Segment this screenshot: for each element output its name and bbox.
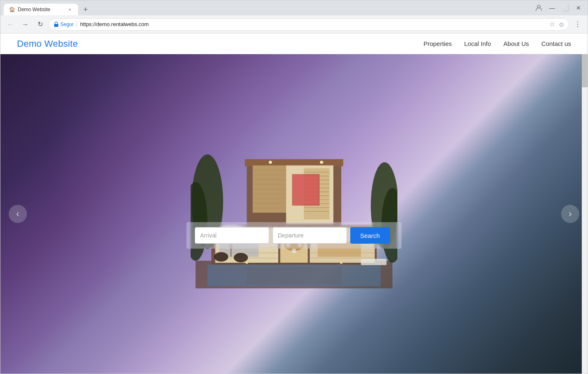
svg-rect-5 <box>245 159 343 166</box>
url-text: https://demo.rentalwebs.com <box>80 21 149 27</box>
title-bar: 🏠 Demo Website × + — ⬜ ✕ <box>0 0 588 15</box>
website-content: Demo Website Properties Local Info About… <box>0 34 588 374</box>
active-tab[interactable]: 🏠 Demo Website × <box>4 4 78 15</box>
nav-contact-us[interactable]: Contact us <box>541 40 571 47</box>
browser-menu-buttons: ⋮ <box>571 18 584 31</box>
url-bar[interactable]: Segur | https://demo.rentalwebs.com ☆ ⊙ <box>48 18 569 31</box>
svg-rect-30 <box>293 175 318 204</box>
secure-label: Segur <box>60 22 74 27</box>
arrival-input[interactable] <box>195 227 269 244</box>
svg-point-63 <box>246 261 248 264</box>
scrollbar-thumb[interactable] <box>582 54 588 87</box>
new-tab-button[interactable]: + <box>80 4 91 15</box>
svg-point-64 <box>340 261 342 264</box>
search-form: Search <box>186 222 402 249</box>
svg-point-61 <box>214 252 228 261</box>
tab-favicon: 🏠 <box>9 6 15 13</box>
svg-rect-58 <box>361 259 387 265</box>
url-separator: | <box>76 21 78 28</box>
svg-point-45 <box>292 249 296 253</box>
refresh-button[interactable]: ↻ <box>33 18 47 31</box>
profile-button[interactable] <box>533 2 545 14</box>
svg-point-31 <box>269 161 272 164</box>
svg-point-32 <box>320 161 323 164</box>
maximize-button[interactable]: ⬜ <box>559 2 571 14</box>
carousel-next-button[interactable]: › <box>561 205 579 223</box>
minimize-button[interactable]: — <box>546 2 558 14</box>
tab-close-button[interactable]: × <box>67 6 73 13</box>
site-logo[interactable]: Demo Website <box>17 38 78 49</box>
departure-input[interactable] <box>272 227 347 244</box>
svg-point-62 <box>234 253 248 262</box>
svg-rect-1 <box>54 24 58 27</box>
site-header: Demo Website Properties Local Info About… <box>0 34 588 54</box>
search-button[interactable]: Search <box>350 227 390 244</box>
browser-window: 🏠 Demo Website × + — ⬜ ✕ ← → ↻ <box>0 0 588 374</box>
nav-about-us[interactable]: About Us <box>504 40 529 47</box>
close-button[interactable]: ✕ <box>573 2 584 14</box>
svg-rect-57 <box>247 267 342 285</box>
shield-icon: ⊙ <box>559 21 564 28</box>
nav-properties[interactable]: Properties <box>423 40 452 47</box>
house-illustration <box>191 123 397 288</box>
tab-bar: 🏠 Demo Website × + <box>4 0 91 15</box>
scrollbar-track <box>582 54 588 374</box>
back-button[interactable]: ← <box>4 18 17 31</box>
forward-button[interactable]: → <box>19 18 32 31</box>
carousel-prev-button[interactable]: ‹ <box>9 205 27 223</box>
window-controls: — ⬜ ✕ <box>533 2 584 14</box>
bookmark-star[interactable]: ☆ <box>549 20 555 28</box>
tab-title-label: Demo Website <box>18 7 64 12</box>
address-bar: ← → ↻ Segur | https://demo.rentalwebs.co… <box>0 15 588 34</box>
site-nav: Properties Local Info About Us Contact u… <box>423 40 571 47</box>
hero-section: Search ‹ › <box>0 54 588 374</box>
nav-local-info[interactable]: Local Info <box>464 40 491 47</box>
secure-indicator: Segur <box>54 22 74 27</box>
more-options-button[interactable]: ⋮ <box>571 18 584 31</box>
